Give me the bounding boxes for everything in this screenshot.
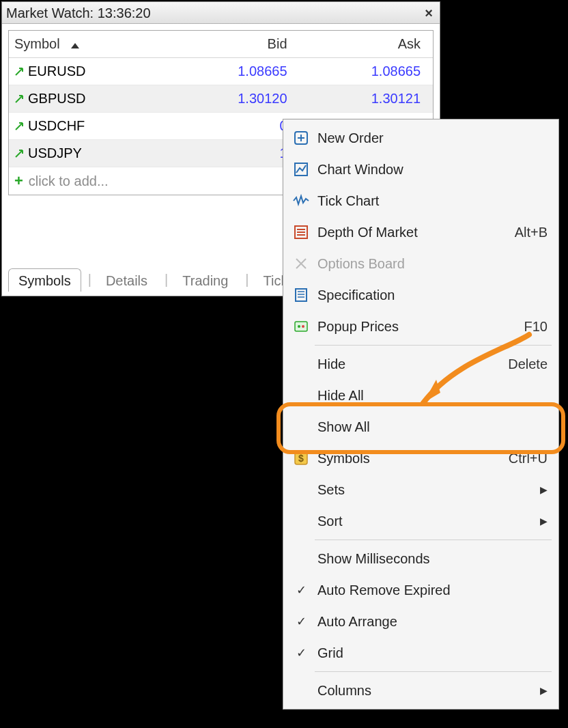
menu-item-grid[interactable]: ✓ Grid	[285, 637, 557, 669]
add-placeholder: click to add...	[29, 173, 109, 189]
menu-shortcut: Alt+B	[515, 225, 548, 240]
plus-icon: +	[14, 172, 23, 190]
table-row[interactable]: EURUSD 1.08665 1.08665	[9, 58, 433, 85]
menu-shortcut: Ctrl+U	[509, 451, 548, 466]
submenu-arrow-icon: ▶	[535, 685, 548, 696]
menu-item-popup-prices[interactable]: Popup Prices F10	[285, 311, 557, 342]
context-menu: New Order Chart Window Tick Chart Depth …	[283, 119, 559, 710]
menu-label: Depth Of Market	[317, 225, 515, 240]
tab-separator: |	[245, 272, 248, 288]
menu-item-hide-all[interactable]: Hide All	[285, 380, 557, 411]
table-row[interactable]: GBPUSD 1.30120 1.30121	[9, 85, 433, 113]
menu-item-sort[interactable]: Sort ▶	[285, 505, 557, 537]
menu-item-chart-window[interactable]: Chart Window	[285, 154, 557, 185]
chart-window-icon	[285, 162, 317, 177]
menu-shortcut: Delete	[508, 356, 548, 372]
menu-label: Sort	[317, 514, 535, 529]
menu-item-options-board: Options Board	[285, 248, 557, 279]
table-header[interactable]: Symbol Bid Ask	[9, 31, 433, 58]
col-header-bid[interactable]: Bid	[166, 36, 300, 52]
menu-label: Hide All	[317, 388, 548, 404]
menu-item-show-milliseconds[interactable]: Show Milliseconds	[285, 543, 557, 574]
menu-label: Symbols	[317, 451, 509, 466]
menu-label: Show Milliseconds	[317, 551, 548, 567]
menu-item-specification[interactable]: Specification	[285, 279, 557, 311]
menu-item-sets[interactable]: Sets ▶	[285, 474, 557, 505]
symbols-icon: $	[285, 451, 317, 466]
svg-marker-0	[71, 43, 79, 48]
svg-rect-7	[296, 289, 307, 301]
menu-item-auto-arrange[interactable]: ✓ Auto Arrange	[285, 606, 557, 637]
tab-separator: |	[88, 272, 91, 288]
options-board-icon	[285, 256, 317, 271]
menu-label: Tick Chart	[317, 193, 548, 209]
svg-point-12	[298, 325, 300, 328]
symbol-label: EURUSD	[28, 64, 85, 79]
menu-item-new-order[interactable]: New Order	[285, 122, 557, 154]
bid-value: 1.30120	[166, 91, 300, 107]
trend-up-icon	[14, 94, 24, 104]
check-icon: ✓	[285, 583, 317, 598]
menu-shortcut: F10	[524, 319, 548, 335]
svg-point-13	[302, 325, 304, 328]
symbol-label: USDCHF	[28, 118, 85, 134]
submenu-arrow-icon: ▶	[535, 516, 548, 527]
check-icon: ✓	[285, 614, 317, 629]
new-order-icon	[285, 130, 317, 145]
col-header-symbol[interactable]: Symbol	[9, 36, 166, 52]
menu-label: New Order	[317, 130, 548, 146]
menu-item-show-all[interactable]: Show All	[285, 411, 557, 443]
menu-label: Columns	[317, 683, 535, 699]
specification-icon	[285, 288, 317, 303]
check-icon: ✓	[285, 645, 317, 660]
tick-chart-icon	[285, 195, 317, 207]
menu-label: Chart Window	[317, 162, 548, 178]
menu-separator	[315, 671, 552, 672]
ask-value: 1.30121	[300, 91, 434, 107]
symbol-label: USDJPY	[28, 145, 82, 161]
tab-symbols[interactable]: Symbols	[8, 268, 81, 292]
trend-up-icon	[14, 149, 24, 158]
svg-text:$: $	[298, 453, 304, 464]
menu-label: Popup Prices	[317, 319, 524, 335]
trend-up-icon	[14, 67, 24, 76]
svg-rect-11	[295, 322, 307, 331]
panel-titlebar[interactable]: Market Watch: 13:36:20 ×	[2, 2, 440, 24]
ask-value: 1.08665	[300, 64, 434, 79]
menu-item-symbols[interactable]: $ Symbols Ctrl+U	[285, 443, 557, 474]
menu-item-depth-of-market[interactable]: Depth Of Market Alt+B	[285, 216, 557, 248]
menu-label: Grid	[317, 645, 548, 661]
col-header-ask[interactable]: Ask	[300, 36, 434, 52]
bid-value: 0	[166, 118, 300, 134]
menu-label: Sets	[317, 482, 535, 498]
menu-item-hide[interactable]: Hide Delete	[285, 348, 557, 380]
menu-label: Auto Arrange	[317, 614, 548, 630]
tab-trading[interactable]: Trading	[172, 268, 238, 292]
bid-value: 1	[166, 145, 300, 161]
menu-separator	[315, 345, 552, 346]
menu-item-tick-chart[interactable]: Tick Chart	[285, 185, 557, 216]
close-icon[interactable]: ×	[422, 2, 436, 24]
symbol-label: GBPUSD	[28, 91, 85, 107]
menu-label: Specification	[317, 288, 548, 303]
menu-label: Auto Remove Expired	[317, 583, 548, 598]
panel-title: Market Watch: 13:36:20	[6, 2, 151, 24]
menu-label: Show All	[317, 419, 548, 435]
trend-up-icon	[14, 122, 24, 131]
menu-item-auto-remove-expired[interactable]: ✓ Auto Remove Expired	[285, 574, 557, 606]
popup-prices-icon	[285, 319, 317, 334]
sort-asc-icon	[71, 36, 79, 52]
menu-item-columns[interactable]: Columns ▶	[285, 675, 557, 706]
tab-separator: |	[165, 272, 168, 288]
submenu-arrow-icon: ▶	[535, 484, 548, 495]
menu-label: Hide	[317, 356, 508, 372]
bid-value: 1.08665	[166, 64, 300, 79]
tab-details[interactable]: Details	[96, 268, 158, 292]
menu-separator	[315, 540, 552, 540]
col-header-symbol-label: Symbol	[14, 36, 60, 52]
depth-icon	[285, 225, 317, 240]
menu-label: Options Board	[317, 256, 548, 272]
